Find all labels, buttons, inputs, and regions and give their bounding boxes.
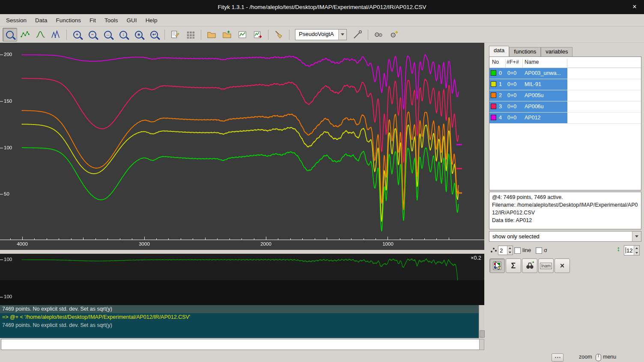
col-header-fcount: #F+# — [507, 59, 519, 65]
line-checkbox-label: line — [522, 247, 531, 253]
auto-add-peak-button[interactable] — [350, 28, 365, 42]
grid-icon — [186, 30, 195, 39]
export-data-button[interactable] — [250, 28, 265, 42]
close-button[interactable]: × — [629, 2, 640, 12]
close-x-icon: × — [560, 261, 565, 270]
chart-export-icon — [253, 30, 262, 39]
zoom-y-icon: ↕ — [119, 31, 127, 39]
sidebar-panel: data functions variables No #F+# Name 0 … — [487, 43, 644, 362]
x-tick-label: 3000 — [139, 241, 150, 246]
input-side-button[interactable] — [479, 339, 484, 350]
rename-button[interactable]: Inam — [538, 258, 554, 273]
scrollbar-thumb[interactable] — [480, 330, 485, 338]
dataset-color-swatch[interactable] — [491, 104, 496, 109]
dataset-number: 1 — [499, 81, 502, 87]
zoom-out-icon: − — [89, 31, 96, 39]
zoom-in-button[interactable]: + — [70, 28, 84, 42]
broom-icon — [274, 30, 283, 39]
table-row[interactable]: 3 0+0 AP006u — [489, 101, 641, 113]
toolbar-separator — [368, 30, 368, 40]
auxiliary-plot: 100 ×0.2 — [0, 254, 484, 280]
tab-data[interactable]: data — [489, 46, 509, 58]
spin-up-icon — [635, 247, 638, 249]
zoom-mode-button[interactable] — [3, 28, 17, 42]
auxiliary-plot-canvas[interactable] — [0, 254, 484, 280]
data-table-button[interactable] — [183, 28, 198, 42]
menu-fit[interactable]: Fit — [85, 15, 100, 26]
clear-plots-button[interactable] — [271, 28, 286, 42]
table-row[interactable]: 2 0+0 AP005u — [489, 90, 641, 101]
dropdown-arrow-button[interactable] — [338, 30, 346, 40]
command-input[interactable] — [1, 339, 481, 350]
menu-functions[interactable]: Functions — [52, 15, 86, 26]
run-script-button[interactable] — [371, 28, 386, 42]
function-type-value: PseudoVoigtA — [295, 30, 338, 40]
data-points-mode-button[interactable] — [18, 28, 33, 42]
console-scrollbar[interactable] — [479, 305, 484, 338]
menu-data[interactable]: Data — [31, 15, 52, 26]
dataset-fcount: 0+0 — [507, 81, 516, 87]
y-tick-label: 100 — [4, 145, 12, 150]
zoom-all-icon: ∗ — [135, 31, 143, 39]
dataset-color-swatch[interactable] — [491, 115, 496, 120]
line-checkbox[interactable] — [514, 247, 521, 254]
shift-updown-icon: ↕ — [617, 246, 620, 252]
add-peak-mode-button[interactable] — [33, 28, 48, 42]
dataset-color-swatch[interactable] — [491, 81, 496, 87]
x-tick-label: 4000 — [17, 241, 28, 246]
x-tick-label: 2000 — [260, 241, 271, 246]
notepad-pencil-icon — [170, 30, 180, 39]
dataset-color-swatch[interactable] — [491, 70, 496, 76]
console-line: 7469 points. No explicit std. dev. Set a… — [0, 321, 479, 329]
delete-button[interactable]: × — [555, 258, 570, 273]
output-console[interactable]: 7469 points. No explicit std. dev. Set a… — [0, 305, 479, 338]
dataset-number: 2 — [499, 92, 502, 98]
menu-gui[interactable]: GUI — [122, 15, 141, 26]
table-row[interactable]: 1 0+0 MIL-91 — [489, 79, 641, 90]
mouse-cursor — [495, 261, 502, 270]
point-size-spinner[interactable]: 2 — [498, 246, 513, 255]
table-header: No #F+# Name — [489, 57, 641, 68]
zoom-out-button[interactable]: − — [85, 28, 100, 42]
menu-help[interactable]: Help — [141, 15, 162, 26]
open-folder-icon — [207, 30, 216, 39]
table-row[interactable]: 4 0+0 AP012 — [489, 113, 641, 124]
dataset-name: AP005u — [525, 92, 543, 98]
filter-value: show only selected — [489, 233, 632, 240]
edit-script-button[interactable] — [168, 28, 182, 42]
save-image-button[interactable] — [235, 28, 250, 42]
shift-spinner[interactable]: 12 — [624, 245, 640, 255]
zoom-all-button[interactable]: ∗ — [131, 28, 146, 42]
previous-zoom-button[interactable]: ↩ — [147, 28, 161, 42]
range-mode-button[interactable] — [49, 28, 63, 42]
table-row[interactable]: 0 0+0 AP003_unwa... — [489, 68, 641, 79]
function-type-dropdown[interactable]: PseudoVoigtA — [295, 29, 347, 40]
dropdown-arrow-button[interactable] — [632, 231, 641, 241]
rerun-script-button[interactable] — [387, 28, 401, 42]
load-data-button[interactable] — [204, 28, 219, 42]
dataset-number: 4 — [499, 115, 502, 121]
dataset-color-swatch[interactable] — [491, 92, 496, 98]
spinner-arrows[interactable] — [507, 246, 513, 255]
aux2-tick — [0, 297, 3, 297]
dataset-fcount: 0+0 — [507, 70, 516, 76]
dataset-name: AP003_unwa... — [525, 70, 561, 76]
x-tick-label: 1000 — [382, 241, 394, 246]
aux-y-tick-label: 100 — [4, 257, 12, 262]
menu-session[interactable]: Session — [2, 15, 31, 26]
dataset-fcount: 0+0 — [507, 115, 516, 121]
find-button[interactable] — [522, 258, 537, 273]
append-data-button[interactable] — [220, 28, 234, 42]
zoom-vertical-button[interactable]: ↕ — [116, 28, 131, 42]
zoom-horizontal-button[interactable]: ↔ — [101, 28, 115, 42]
menu-tools[interactable]: Tools — [100, 15, 122, 26]
spinner-arrows[interactable] — [634, 246, 639, 255]
sigma-checkbox[interactable] — [536, 247, 542, 254]
window-title: Fityk 1.3.1 - /home/aleplo/test/Desktop/… — [218, 4, 426, 10]
main-plot: 200 150 100 50 4000 3000 2000 1000 — [0, 43, 484, 250]
status-config-button[interactable] — [552, 353, 564, 362]
info-title: Data title: AP012 — [492, 217, 638, 224]
show-filter-dropdown[interactable]: show only selected — [489, 231, 641, 242]
sum-button[interactable]: Σ — [506, 258, 521, 273]
main-plot-canvas[interactable] — [0, 43, 484, 250]
